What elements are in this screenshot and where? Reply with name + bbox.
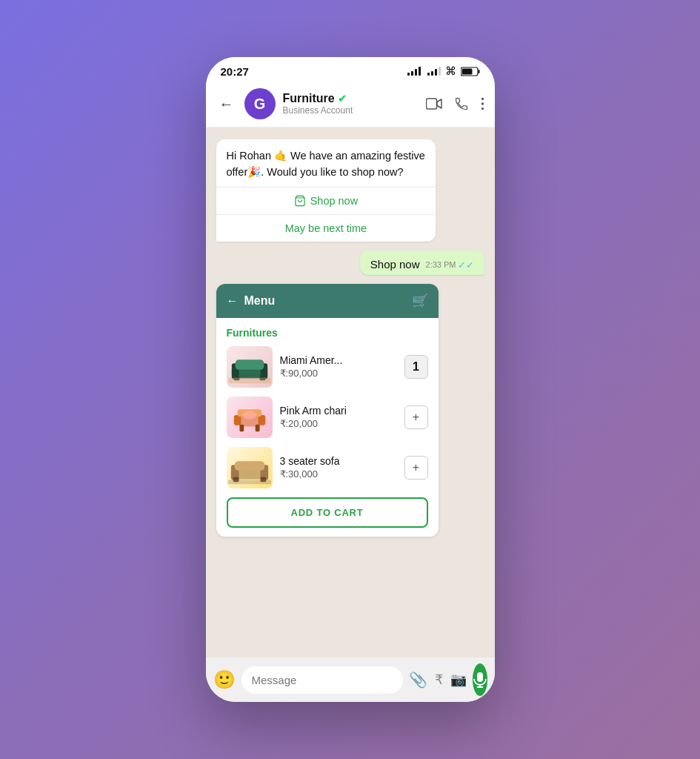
product-image-1 (227, 346, 273, 388)
shop-now-label: Shop now (310, 195, 359, 207)
svg-rect-19 (239, 424, 244, 431)
chat-area: Hi Rohan 🤙 We have an amazing festive of… (206, 127, 495, 657)
item-2-qty-button[interactable]: + (404, 405, 428, 429)
incoming-bubble: Hi Rohan 🤙 We have an amazing festive of… (216, 139, 436, 242)
item-3-details: 3 seater sofa ₹:30,000 (280, 455, 397, 480)
chat-header: ← G Furniture ✔ Business Account (206, 82, 495, 127)
menu-category: Furnitures (227, 327, 428, 339)
svg-rect-14 (228, 377, 271, 383)
svg-rect-17 (258, 415, 265, 425)
incoming-text: Hi Rohan 🤙 We have an amazing festive of… (216, 139, 436, 187)
battery-icon (461, 67, 480, 76)
svg-point-21 (242, 411, 256, 420)
svg-rect-2 (461, 68, 472, 74)
svg-point-6 (481, 107, 483, 110)
menu-cart-icon[interactable]: 🛒 (412, 293, 428, 309)
sofa1-image (228, 348, 271, 386)
menu-card: ← Menu 🛒 Furnitures (216, 284, 439, 537)
camera-icon[interactable]: 📷 (450, 672, 467, 688)
menu-back-icon[interactable]: ← (227, 294, 239, 308)
signal-icon (407, 67, 421, 76)
outgoing-message: Shop now 2:33 PM ✓✓ (360, 251, 484, 275)
outgoing-bubble: Shop now 2:33 PM ✓✓ (360, 251, 484, 275)
svg-rect-20 (255, 424, 259, 431)
input-bar: 🙂 📎 ₹ 📷 (206, 657, 495, 702)
incoming-message: Hi Rohan 🤙 We have an amazing festive of… (216, 139, 436, 242)
rupee-icon[interactable]: ₹ (435, 672, 443, 688)
message-input[interactable] (241, 666, 403, 694)
phone-call-icon[interactable] (454, 96, 469, 111)
emoji-icon[interactable]: 🙂 (213, 669, 236, 690)
status-bar: 20:27 ⌘ (206, 57, 495, 82)
input-right-icons: 📎 ₹ 📷 (409, 671, 467, 689)
svg-rect-3 (426, 99, 436, 109)
avatar: G (244, 88, 276, 119)
product-image-2 (227, 397, 273, 438)
signal-icon-2 (427, 67, 441, 76)
add-to-cart-button[interactable]: ADD TO CART (227, 497, 428, 528)
mic-button[interactable] (473, 663, 487, 696)
contact-name: Furniture ✔ (283, 92, 419, 105)
video-call-icon[interactable] (426, 97, 442, 110)
svg-point-5 (481, 102, 483, 105)
menu-header-left: ← Menu (227, 294, 276, 308)
maybe-next-time-label: May be next time (285, 222, 367, 234)
svg-rect-25 (234, 461, 264, 471)
svg-rect-28 (228, 480, 271, 484)
svg-rect-16 (233, 415, 241, 425)
menu-title: Menu (244, 294, 276, 308)
verified-badge: ✔ (338, 93, 347, 105)
attachment-icon[interactable]: 📎 (409, 671, 427, 689)
sofa2-image (228, 448, 271, 487)
item-2-details: Pink Arm chari ₹:20,000 (280, 405, 397, 429)
item-3-price: ₹:30,000 (280, 468, 397, 480)
shop-now-action-button[interactable]: Shop now (216, 188, 436, 214)
item-1-name: Miami Amer... (280, 354, 397, 366)
menu-body: Furnitures (216, 318, 439, 537)
message-time: 2:33 PM (426, 260, 456, 269)
read-receipt-icon: ✓✓ (458, 259, 474, 271)
item-2-price: ₹:20,000 (280, 418, 397, 429)
back-button[interactable]: ← (216, 93, 237, 116)
wifi-icon: ⌘ (445, 64, 456, 78)
item-3-qty-button[interactable]: + (404, 456, 428, 480)
cart-icon (294, 195, 306, 207)
contact-info: Furniture ✔ Business Account (283, 92, 419, 116)
menu-item-2: Pink Arm chari ₹:20,000 + (227, 397, 428, 438)
armchair-image (228, 398, 271, 437)
item-2-name: Pink Arm chari (280, 405, 397, 417)
status-time: 20:27 (221, 65, 249, 78)
item-1-qty-button[interactable]: 1 (404, 355, 428, 379)
maybe-next-time-button[interactable]: May be next time (216, 215, 436, 242)
item-3-name: 3 seater sofa (280, 455, 397, 467)
svg-rect-1 (478, 70, 479, 73)
svg-point-4 (481, 98, 483, 100)
outgoing-text: Shop now (370, 258, 420, 271)
status-icons: ⌘ (407, 64, 480, 78)
message-meta: 2:33 PM ✓✓ (426, 259, 474, 271)
menu-header: ← Menu 🛒 (216, 284, 439, 318)
product-image-3 (227, 447, 273, 488)
header-actions (426, 96, 484, 111)
item-1-details: Miami Amer... ₹:90,000 (280, 354, 397, 379)
menu-item-3: 3 seater sofa ₹:30,000 + (227, 447, 428, 488)
svg-rect-11 (235, 359, 264, 370)
phone-frame: 20:27 ⌘ ← G (206, 57, 495, 702)
svg-rect-29 (477, 672, 483, 682)
contact-subtitle: Business Account (283, 105, 419, 116)
mic-icon (473, 672, 487, 688)
menu-item-1: Miami Amer... ₹:90,000 1 (227, 346, 428, 388)
item-1-price: ₹:90,000 (280, 368, 397, 379)
more-options-icon[interactable] (481, 97, 484, 110)
